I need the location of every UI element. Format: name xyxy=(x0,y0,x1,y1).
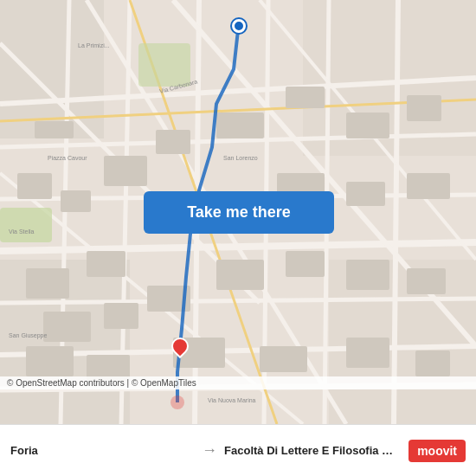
route-from: Foria xyxy=(10,444,195,457)
moovit-logo: moovit xyxy=(408,440,466,462)
location-marker xyxy=(232,19,246,33)
svg-rect-52 xyxy=(0,208,52,242)
svg-rect-32 xyxy=(346,113,389,138)
svg-rect-33 xyxy=(407,95,441,121)
svg-rect-38 xyxy=(87,251,125,277)
route-arrow: → xyxy=(195,441,224,460)
svg-rect-36 xyxy=(407,173,450,199)
from-label: Foria xyxy=(10,444,183,457)
svg-text:San Giuseppe: San Giuseppe xyxy=(9,332,47,339)
svg-rect-45 xyxy=(407,268,446,294)
svg-rect-37 xyxy=(26,268,69,299)
svg-rect-25 xyxy=(17,173,52,199)
to-label: Facoltà Di Lettere E Filosofia Porta Di … xyxy=(224,444,397,457)
svg-rect-40 xyxy=(104,303,138,329)
svg-rect-31 xyxy=(286,87,325,108)
svg-rect-44 xyxy=(346,260,389,290)
attribution-text: © OpenStreetMap contributors | © OpenMap… xyxy=(7,378,196,388)
svg-rect-29 xyxy=(156,130,190,154)
take-me-there-button[interactable]: Take me there xyxy=(144,191,334,234)
svg-rect-28 xyxy=(35,121,74,138)
svg-rect-51 xyxy=(415,351,450,376)
route-to: Facoltà Di Lettere E Filosofia Porta Di … xyxy=(224,444,408,457)
moovit-text: moovit xyxy=(417,444,457,458)
svg-text:San Lorenzo: San Lorenzo xyxy=(223,155,258,161)
bottom-navigation-bar: Foria → Facoltà Di Lettere E Filosofia P… xyxy=(0,424,476,476)
moovit-brand: moovit xyxy=(408,440,466,462)
svg-rect-26 xyxy=(61,190,91,212)
svg-rect-39 xyxy=(43,312,91,342)
svg-rect-53 xyxy=(138,43,190,87)
svg-rect-46 xyxy=(26,346,74,376)
svg-point-61 xyxy=(170,396,184,409)
map-container: Via Carbonara Via Stella Piazza Cavour S… xyxy=(0,0,476,424)
svg-text:Via Nuova Marina: Via Nuova Marina xyxy=(208,397,256,403)
svg-rect-50 xyxy=(346,338,389,368)
svg-rect-42 xyxy=(216,260,264,290)
svg-rect-27 xyxy=(104,156,147,186)
svg-rect-35 xyxy=(346,182,385,206)
svg-text:Piazza Cavour: Piazza Cavour xyxy=(48,155,87,161)
svg-rect-49 xyxy=(260,346,307,372)
destination-marker xyxy=(171,338,189,362)
svg-rect-30 xyxy=(216,113,264,138)
svg-rect-43 xyxy=(286,251,325,277)
svg-text:Via Stella: Via Stella xyxy=(9,228,35,235)
map-attribution: © OpenStreetMap contributors | © OpenMap… xyxy=(0,376,476,389)
svg-text:La Primizi...: La Primizi... xyxy=(78,42,110,48)
